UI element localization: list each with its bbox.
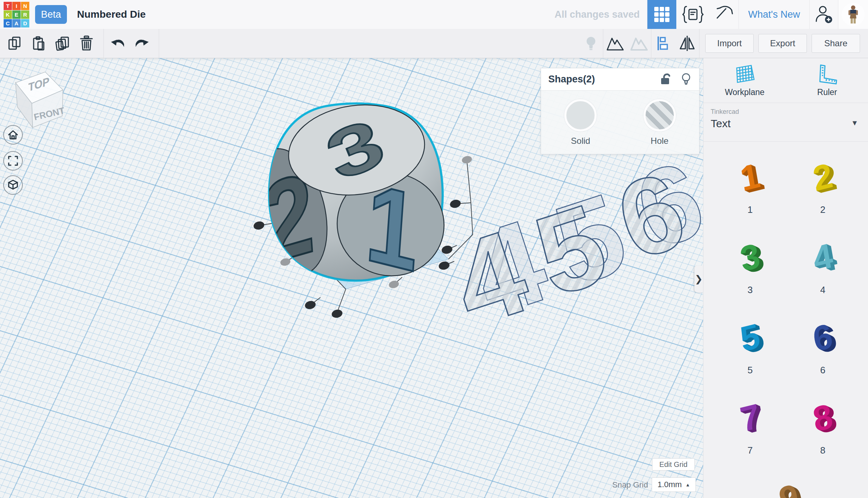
shape-3d-numeral: 5 (718, 309, 782, 366)
logo-letter: E (12, 10, 21, 19)
bulb-icon[interactable] (676, 69, 696, 90)
paste-icon[interactable] (27, 29, 51, 58)
caret-down-icon: ▼ (851, 119, 858, 127)
snap-grid-select[interactable]: 1.0mm ▲ (652, 477, 696, 492)
copy-icon[interactable] (3, 29, 27, 58)
shape-caption: 2 (794, 204, 852, 215)
panel-header: Shapes(2) (541, 68, 699, 91)
divider (159, 29, 159, 58)
hole-swatch (643, 99, 676, 132)
caret-up-icon: ▲ (685, 482, 690, 488)
snap-grid-value: 1.0mm (658, 480, 682, 489)
shape-3d-numeral: 6 (791, 309, 855, 366)
avatar[interactable] (838, 0, 868, 29)
shape-3d-numeral: 8 (791, 390, 855, 446)
shape-tile-2[interactable]: 2 2 (794, 156, 852, 215)
autosave-status: All changes saved (554, 9, 640, 20)
bulb-icon[interactable] (579, 29, 603, 58)
shape-3d-numeral: 7 (718, 390, 782, 446)
perspective-icon[interactable] (3, 175, 23, 195)
solid-option[interactable]: Solid (562, 99, 599, 146)
duplicate-icon[interactable] (51, 29, 75, 58)
align-handle[interactable] (461, 155, 473, 164)
shape-caption: 5 (721, 365, 779, 376)
shape-3d-numeral: 9 (757, 470, 821, 498)
align-handle[interactable] (253, 220, 265, 231)
shape-category-value: Text (711, 117, 731, 130)
snapshot-icon[interactable] (603, 29, 627, 58)
die-shape[interactable]: 2 1 3 (238, 96, 454, 295)
redo-icon[interactable] (130, 29, 154, 58)
fit-view-icon[interactable] (3, 151, 23, 171)
export-button[interactable]: Export (758, 34, 807, 53)
shape-caption: 3 (721, 284, 779, 296)
document-title[interactable]: Numbered Die (77, 9, 146, 20)
logo-letter: K (4, 10, 12, 19)
shape-tile-3[interactable]: 3 3 (721, 236, 779, 296)
align-handle[interactable] (449, 199, 461, 209)
shape-tile-8[interactable]: 8 8 (794, 396, 852, 456)
shape-source-label: Tinkercad (711, 108, 739, 116)
divider (103, 29, 104, 58)
shape-3d-numeral: 4 (791, 229, 855, 286)
workplane-label: Workplane (725, 87, 765, 97)
shape-tile-4[interactable]: 4 4 (794, 236, 852, 296)
delete-icon[interactable] (75, 29, 98, 58)
logo-letter: R (21, 10, 29, 19)
logo-letter: C (4, 19, 12, 27)
shape-tile-1[interactable]: 1 1 (721, 156, 779, 215)
shape-gallery: 1 1 2 2 3 3 4 4 5 5 6 6 (703, 141, 868, 498)
workplane-icon (733, 64, 756, 85)
panel-body: Solid Hole (541, 91, 699, 146)
beta-button[interactable]: Beta (35, 5, 67, 24)
unlock-icon[interactable] (656, 69, 676, 90)
pickaxe-icon[interactable] (710, 0, 739, 29)
shape-caption: 8 (794, 445, 852, 456)
whats-new-link[interactable]: What's New (739, 0, 809, 29)
align-handle[interactable] (280, 257, 291, 267)
shape-tile-6[interactable]: 6 6 (794, 316, 852, 376)
snap-grid-label: Snap Grid (593, 480, 648, 490)
shape-tile-9[interactable]: 9 9 (760, 477, 818, 498)
shape-3d-numeral: 1 (718, 149, 782, 206)
align-icon[interactable] (651, 29, 675, 58)
divider (699, 29, 699, 58)
grid-menu-icon[interactable] (647, 0, 676, 29)
panel-title: Shapes(2) (548, 74, 656, 85)
undo-icon[interactable] (106, 29, 130, 58)
shape-caption: 7 (721, 445, 779, 456)
tinkercad-logo[interactable]: T I N K E R C A D (4, 2, 29, 27)
shape-category-dropdown[interactable]: Tinkercad Text ▼ (703, 103, 868, 141)
share-button[interactable]: Share (812, 34, 860, 53)
logo-letter: N (21, 2, 29, 10)
snapshot-disabled-icon (627, 29, 651, 58)
code-blocks-icon[interactable] (676, 0, 710, 29)
app-header: T I N K E R C A D Beta Numbered Die All … (0, 0, 868, 29)
logo-letter: I (12, 2, 21, 10)
logo-letter: D (21, 19, 29, 27)
import-button[interactable]: Import (705, 34, 754, 53)
mirror-icon[interactable] (675, 29, 699, 58)
edit-grid-button[interactable]: Edit Grid (652, 458, 695, 471)
home-view-icon[interactable] (3, 125, 23, 145)
shapes-inspector-panel: Shapes(2) S (541, 68, 699, 154)
grid-glyph (654, 7, 669, 22)
3d-viewport[interactable]: TOP FRONT (0, 58, 703, 498)
hole-option[interactable]: Hole (641, 99, 678, 146)
shape-tile-5[interactable]: 5 5 (721, 316, 779, 376)
ruler-label: Ruler (817, 87, 837, 97)
shape-tile-7[interactable]: 7 7 (721, 396, 779, 456)
solid-label: Solid (571, 136, 590, 146)
hole-label: Hole (651, 136, 668, 146)
shape-caption: 1 (721, 204, 779, 215)
ruler-tool[interactable]: Ruler (786, 58, 868, 103)
align-handle[interactable] (331, 309, 343, 319)
logo-letter: A (12, 19, 21, 27)
view-cube[interactable]: TOP FRONT (16, 72, 65, 128)
hole-shapes: 6 6 5 5 4 4 (438, 138, 703, 352)
align-handle[interactable] (438, 261, 450, 271)
sidebar-collapse-chevron[interactable]: ❯ (694, 266, 703, 292)
add-collaborator-icon[interactable] (810, 0, 838, 29)
solid-swatch (564, 99, 597, 132)
workplane-tool[interactable]: Workplane (703, 58, 786, 103)
